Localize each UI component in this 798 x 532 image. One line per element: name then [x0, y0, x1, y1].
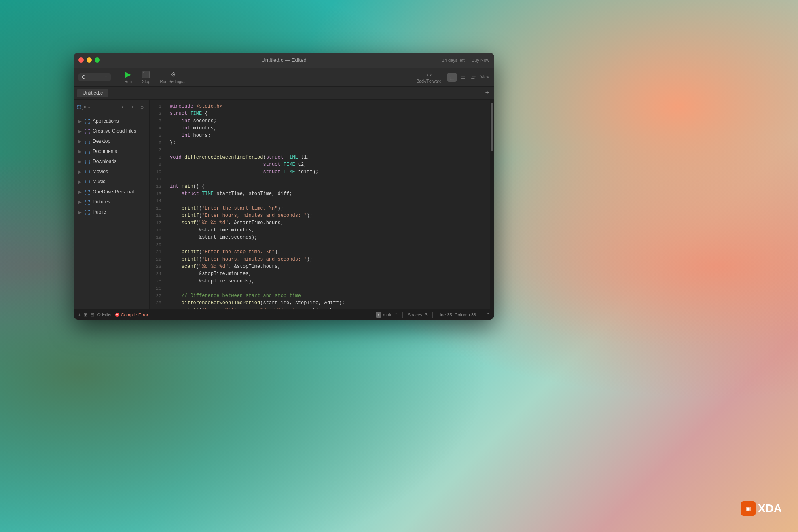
scroll-up-button[interactable]: ⌃ — [486, 312, 490, 318]
sidebar-item-downloads[interactable]: ▶ ⬚ Downloads — [75, 157, 148, 166]
chevron-icon: ▶ — [78, 190, 82, 194]
compile-error-text: Compile Error — [121, 312, 148, 317]
sidebar-forward-button[interactable]: › — [128, 103, 136, 111]
run-settings-button[interactable]: ⚙ Run Settings... — [157, 69, 190, 85]
filter-button[interactable]: ⊙ Filter — [97, 312, 112, 317]
sidebar-item-desktop[interactable]: ▶ ⬚ Desktop — [75, 136, 148, 146]
line-number-16: 16 — [150, 212, 165, 219]
stop-button[interactable]: ⬛ Stop — [139, 69, 154, 85]
function-chevron-icon: ⌃ — [394, 312, 398, 317]
compile-error: ✕ Compile Error — [115, 312, 148, 317]
line-column-indicator[interactable]: Line 35, Column 38 — [438, 312, 476, 317]
sidebar-item-label: Pictures — [93, 199, 110, 205]
sidebar-item-movies[interactable]: ▶ ⬚ Movies — [75, 167, 148, 176]
toolbar: C ⌃ ▶ Run ⬛ Stop ⚙ Run Settings... ‹ › B… — [74, 68, 494, 87]
line-number-10: 10 — [150, 168, 165, 176]
view-controls: ⬚ ▭ ▱ — [447, 73, 478, 82]
statusbar-left: + ⊞ ⊟ ⊙ Filter — [78, 312, 112, 318]
stop-label: Stop — [142, 79, 150, 84]
forward-icon: › — [430, 71, 432, 78]
code-line-19: &startTime.seconds); — [170, 234, 485, 241]
add-folder-button[interactable]: + — [78, 312, 81, 318]
maximize-button[interactable] — [95, 57, 100, 63]
statusbar: + ⊞ ⊟ ⊙ Filter ✕ Compile Error ƒ main ⌃ … — [74, 309, 494, 320]
scrollbar-thumb[interactable] — [491, 103, 493, 151]
chevron-icon: ▶ — [78, 119, 82, 123]
xda-logo-text: XDA — [758, 502, 782, 515]
settings-icon: ⚙ — [169, 70, 177, 78]
scrollbar[interactable] — [490, 100, 494, 309]
view-sidebar-button[interactable]: ⬚ — [447, 73, 457, 82]
sidebar-item-onedrive-personal[interactable]: ▶ ⬚ OneDrive-Personal — [75, 187, 148, 197]
code-line-20 — [170, 241, 485, 248]
folder-icon: ⬚ — [85, 199, 90, 205]
sidebar-item-label: Creative Cloud Files — [93, 128, 136, 134]
minimize-button[interactable] — [87, 57, 92, 63]
code-line-15: printf("Enter the start time. \n"); — [170, 205, 485, 212]
code-area[interactable]: #include <stdio.h>struct TIME { int seco… — [165, 100, 490, 309]
status-divider-2 — [432, 312, 433, 318]
sidebar-back-button[interactable]: ‹ — [119, 103, 127, 111]
sidebar-controls: ‹ › ⌕ — [119, 103, 146, 111]
tab-label: Untitled.c — [83, 90, 103, 96]
spaces-indicator[interactable]: Spaces: 3 — [408, 312, 428, 317]
line-column-label: Line 35, Column 38 — [438, 312, 476, 317]
code-line-29: printf("\nTime Difference: %d:%d:%d - ",… — [170, 307, 485, 309]
code-line-23: scanf("%d %d %d", &stopTime.hours, — [170, 263, 485, 270]
folder-icon: ⬚ — [85, 168, 90, 175]
sidebar-item-music[interactable]: ▶ ⬚ Music — [75, 177, 148, 187]
add-tab-button[interactable]: + — [483, 89, 491, 97]
line-number-9: 9 — [150, 161, 165, 168]
code-line-2: struct TIME { — [170, 110, 485, 117]
view-split-button[interactable]: ▱ — [469, 73, 478, 82]
chevron-icon: ▶ — [78, 170, 82, 174]
sidebar-search-button[interactable]: ⌕ — [138, 103, 146, 111]
view-editor-button[interactable]: ▭ — [458, 73, 468, 82]
stop-icon: ⬛ — [142, 70, 150, 78]
status-divider-1 — [402, 312, 403, 318]
line-number-14: 14 — [150, 197, 165, 205]
chevron-icon: ▶ — [78, 210, 82, 214]
line-number-7: 7 — [150, 146, 165, 154]
function-indicator[interactable]: ƒ main ⌃ — [376, 312, 398, 318]
trial-badge[interactable]: 14 days left — Buy Now — [442, 58, 489, 63]
chevron-down-icon: ⌄ — [87, 104, 91, 109]
layout-button[interactable]: ⊞ — [83, 312, 88, 318]
code-line-14 — [170, 197, 485, 205]
line-number-18: 18 — [150, 227, 165, 234]
sidebar-item-public[interactable]: ▶ ⬚ Public — [75, 207, 148, 217]
tab-untitled-c[interactable]: Untitled.c — [77, 89, 108, 97]
close-button[interactable] — [78, 57, 84, 63]
status-divider-3 — [481, 312, 481, 318]
editor-content: ⬚ jo ⌄ ‹ › ⌕ ▶ ⬚ Applications ▶ ⬚ Creati… — [74, 100, 494, 309]
code-line-28: differenceBetweenTimePeriod(startTime, s… — [170, 299, 485, 307]
code-line-26 — [170, 285, 485, 292]
chevron-icon: ▶ — [78, 200, 82, 204]
line-numbers: 1234567891011121314151617181920212223242… — [150, 100, 165, 309]
chevron-down-icon: ⌃ — [104, 75, 108, 79]
code-line-21: printf("Enter the stop time. \n"); — [170, 248, 485, 256]
sidebar: ⬚ jo ⌄ ‹ › ⌕ ▶ ⬚ Applications ▶ ⬚ Creati… — [74, 100, 150, 309]
sidebar-item-label: Applications — [93, 118, 119, 124]
line-number-11: 11 — [150, 176, 165, 183]
code-line-12: int main() { — [170, 183, 485, 190]
line-number-21: 21 — [150, 248, 165, 256]
line-number-19: 19 — [150, 234, 165, 241]
code-line-1: #include <stdio.h> — [170, 103, 485, 110]
sidebar-item-creative-cloud-files[interactable]: ▶ ⬚ Creative Cloud Files — [75, 126, 148, 136]
run-label: Run — [125, 79, 132, 84]
line-number-28: 28 — [150, 299, 165, 307]
sidebar-item-documents[interactable]: ▶ ⬚ Documents — [75, 146, 148, 156]
layout2-button[interactable]: ⊟ — [90, 312, 95, 318]
function-name: main — [383, 312, 393, 317]
code-line-25: &stopTime.seconds); — [170, 278, 485, 285]
line-number-12: 12 — [150, 183, 165, 190]
code-editor: 1234567891011121314151617181920212223242… — [150, 100, 494, 309]
back-forward-button[interactable]: ‹ › Back/Forward — [414, 69, 444, 85]
run-button[interactable]: ▶ Run — [121, 69, 135, 85]
back-forward-label: Back/Forward — [417, 79, 442, 83]
toolbar-divider-1 — [116, 72, 116, 83]
language-selector[interactable]: C ⌃ — [78, 73, 111, 81]
sidebar-item-applications[interactable]: ▶ ⬚ Applications — [75, 116, 148, 126]
sidebar-item-pictures[interactable]: ▶ ⬚ Pictures — [75, 197, 148, 207]
